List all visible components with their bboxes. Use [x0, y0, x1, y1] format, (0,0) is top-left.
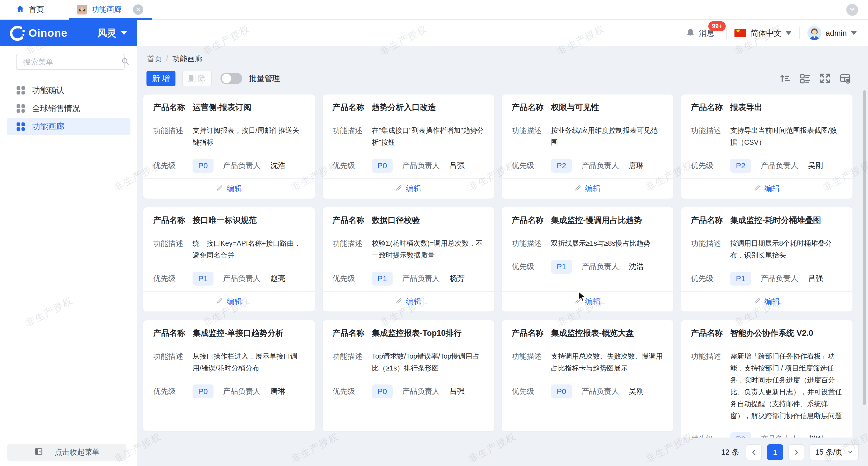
card-footer: 编辑: [681, 291, 853, 312]
edit-button[interactable]: 编辑: [216, 183, 242, 194]
card-view-icon[interactable]: [799, 72, 811, 85]
brand-name: Oinone: [28, 27, 67, 39]
card-owner-label: 产品负责人: [761, 434, 798, 438]
card-desc-label: 功能描述: [333, 350, 372, 362]
card-name-label: 产品名称: [512, 102, 551, 113]
menu-search-box: [16, 54, 125, 70]
workspace-switcher[interactable]: 风灵: [97, 27, 127, 39]
card-name-label: 产品名称: [333, 102, 372, 113]
card-owner-value: 杨芳: [450, 273, 465, 284]
messages-button[interactable]: 消息 99+: [686, 28, 718, 38]
edit-button[interactable]: 编辑: [574, 183, 601, 194]
caret-down-icon: [851, 31, 857, 35]
priority-badge: P1: [730, 271, 751, 286]
card-owner-label: 产品负责人: [761, 161, 798, 171]
fullscreen-icon[interactable]: [819, 72, 831, 85]
scrollbar-thumb[interactable]: [863, 90, 866, 405]
card-name-value: 集成监控-耗时分桶堆叠图: [730, 214, 821, 226]
feature-card-5: 产品名称 接口唯一标识规范 功能描述 统一接口Key=API名称+接口路由，避免…: [143, 207, 315, 312]
edit-button[interactable]: 编辑: [754, 296, 780, 307]
card-name-label: 产品名称: [512, 327, 551, 339]
card-priority-label: 优先级: [691, 161, 730, 171]
card-owner-label: 产品负责人: [761, 273, 798, 284]
priority-badge: P0: [192, 159, 214, 173]
card-desc-label: 功能描述: [691, 237, 730, 249]
card-priority-label: 优先级: [333, 273, 372, 284]
column-visibility-icon[interactable]: [839, 72, 851, 85]
card-desc-value: 需新增「跨部门任务协作看板」功能，支持按部门 / 项目维度筛选任务，实时同步任务…: [730, 350, 843, 422]
tab-home[interactable]: 首页: [0, 0, 69, 19]
card-owner-label: 产品负责人: [402, 386, 440, 397]
caret-down-icon: [121, 31, 127, 35]
card-footer: 编辑: [323, 178, 494, 199]
card-name-label: 产品名称: [333, 327, 372, 339]
card-owner-label: 产品负责人: [582, 261, 619, 272]
vertical-scrollbar[interactable]: [862, 89, 867, 466]
feature-card-3: 产品名称 权限与可见性 功能描述 按业务线/应用维度控制报表可见范围 优先级 P…: [501, 94, 674, 199]
feature-card-2: 产品名称 趋势分析入口改造 功能描述 在"集成接口"列表操作栏增加"趋势分析"按…: [322, 94, 495, 199]
card-name-label: 产品名称: [691, 214, 730, 226]
add-button[interactable]: 新 增: [147, 71, 176, 86]
edit-button[interactable]: 编辑: [216, 296, 242, 307]
card-owner-value: 吕强: [450, 161, 465, 171]
language-selector[interactable]: ★ 简体中文: [735, 28, 792, 38]
pencil-icon: [395, 184, 402, 194]
edit-label: 编辑: [406, 296, 422, 307]
tab-home-label: 首页: [29, 4, 44, 15]
sidebar-item-2[interactable]: 全球销售情况: [7, 100, 130, 117]
sidebar-item-3[interactable]: 功能画廊: [7, 118, 130, 135]
bell-icon: [686, 28, 695, 38]
sort-icon[interactable]: [778, 72, 791, 85]
user-menu[interactable]: admin: [807, 26, 857, 40]
card-desc-label: 功能描述: [153, 237, 192, 249]
card-grid-viewport: 产品名称 运营侧-报表订阅 功能描述 支持订阅报表，按日/周邮件推送关键指标 优…: [143, 94, 853, 438]
card-priority-label: 优先级: [512, 261, 551, 272]
card-footer: 编辑: [502, 178, 673, 199]
card-footer: 编辑: [323, 291, 494, 312]
collapse-menu-button[interactable]: 点击收起菜单: [7, 444, 126, 461]
card-priority-label: 优先级: [691, 273, 730, 284]
feature-card-11: 产品名称 集成监控报表-概览大盘 功能描述 支持调用总次数、失败次数、慢调用占比…: [501, 320, 674, 432]
prev-page-button[interactable]: [746, 444, 762, 460]
pencil-icon: [574, 184, 582, 194]
main-content: 首页 / 功能画廊 新 增 删 除 批量管理 产品名称 运营侧-报表订阅: [137, 46, 868, 466]
card-owner-label: 产品负责人: [402, 273, 440, 284]
card-grid: 产品名称 运营侧-报表订阅 功能描述 支持订阅报表，按日/周邮件推送关键指标 优…: [143, 94, 853, 438]
app-header: Oinone 风灵 消息 99+ ★ 简体中文 admin: [0, 20, 868, 46]
card-priority-label: 优先级: [512, 386, 551, 397]
tab-feature-gallery[interactable]: 功能画廊 ✕: [69, 0, 152, 19]
delete-button[interactable]: 删 除: [182, 71, 212, 86]
next-page-button[interactable]: [788, 444, 804, 460]
batch-manage-toggle[interactable]: [220, 73, 242, 84]
current-page-button[interactable]: 1: [767, 444, 783, 460]
card-name-value: 智能办公协作系统 V2.0: [730, 327, 813, 339]
card-name-value: 集成监控报表-概览大盘: [551, 327, 634, 339]
feature-card-10: 产品名称 集成监控报表-Top10排行 功能描述 Top请求数/Top错误率/T…: [322, 320, 495, 432]
chevron-down-icon: [847, 448, 853, 457]
card-owner-value: 赵刚: [808, 434, 823, 438]
breadcrumb-separator: /: [166, 54, 168, 64]
card-name-value: 趋势分析入口改造: [372, 102, 436, 113]
card-name-value: 集成监控报表-Top10排行: [372, 327, 462, 339]
edit-button[interactable]: 编辑: [754, 183, 780, 194]
card-name-value: 接口唯一标识规范: [192, 214, 257, 226]
card-desc-value: Top请求数/Top错误率/Top慢调用占比（≥1s）排行条形图: [372, 350, 485, 374]
tab-close-icon[interactable]: ✕: [133, 4, 143, 15]
card-owner-value: 沈浩: [271, 161, 285, 171]
priority-badge: P0: [372, 159, 393, 173]
tabbar-collapse-button[interactable]: [846, 4, 858, 16]
breadcrumb-home[interactable]: 首页: [147, 54, 162, 64]
edit-button[interactable]: 编辑: [395, 296, 422, 307]
pencil-icon: [395, 297, 402, 306]
card-name-label: 产品名称: [153, 327, 192, 339]
page-size-value: 15 条/页: [815, 447, 843, 458]
feature-card-9: 产品名称 集成监控-单接口趋势分析 功能描述 从接口操作栏进入，展示单接口调用/…: [143, 320, 315, 432]
edit-button[interactable]: 编辑: [395, 183, 422, 194]
search-input[interactable]: [23, 58, 121, 66]
card-owner-value: 沈浩: [629, 261, 644, 272]
sidebar-item-1[interactable]: 功能确认: [7, 82, 130, 99]
menu-grid-icon: [17, 104, 25, 113]
page-size-selector[interactable]: 15 条/页: [809, 444, 859, 460]
card-desc-value: 从接口操作栏进入，展示单接口调用/错误/耗时分桶分布: [192, 350, 305, 374]
sidebar-menu: 功能确认 全球销售情况 功能画廊: [0, 82, 137, 135]
